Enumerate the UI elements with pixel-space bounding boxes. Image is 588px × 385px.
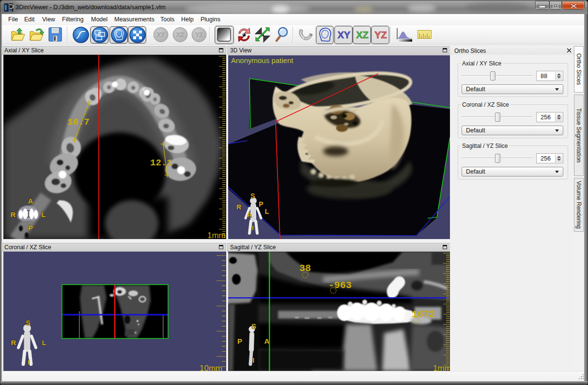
svg-text:XZ: XZ — [176, 32, 184, 38]
svg-text:P: P — [28, 224, 33, 232]
svg-text:Anonymous patient: Anonymous patient — [231, 56, 294, 64]
svg-text:A: A — [247, 211, 252, 219]
svg-text:1mm: 1mm — [433, 364, 450, 371]
svg-text:16.7: 16.7 — [67, 117, 90, 128]
svg-text:YZ: YZ — [374, 30, 387, 40]
svg-text:L: L — [265, 208, 269, 215]
svg-text:XY: XY — [157, 32, 165, 38]
svg-text:M: M — [9, 8, 12, 13]
svg-text:I: I — [28, 358, 30, 366]
svg-text:S: S — [250, 192, 255, 200]
svg-text:XY: XY — [338, 30, 351, 40]
svg-text:L: L — [42, 338, 46, 347]
svg-text:XZ: XZ — [356, 30, 369, 40]
svg-text:L: L — [41, 210, 46, 219]
svg-text:A: A — [264, 337, 270, 345]
svg-text:YZ: YZ — [195, 32, 202, 38]
svg-text:R: R — [11, 338, 16, 347]
svg-text:R: R — [11, 210, 16, 219]
svg-text:A: A — [28, 197, 33, 205]
svg-text:P: P — [237, 337, 242, 345]
svg-text:-963: -963 — [328, 280, 352, 291]
svg-text:R: R — [236, 203, 241, 211]
svg-text:S: S — [251, 322, 256, 330]
svg-text:P: P — [259, 200, 263, 208]
svg-text:1672: 1672 — [412, 309, 435, 320]
svg-text:1mm: 1mm — [207, 231, 226, 239]
svg-text:38: 38 — [299, 263, 311, 274]
svg-text:I: I — [252, 224, 254, 232]
svg-text:10mm: 10mm — [200, 364, 222, 371]
svg-text:12.1: 12.1 — [150, 158, 172, 168]
svg-text:I: I — [252, 356, 254, 364]
svg-text:S: S — [26, 319, 31, 327]
